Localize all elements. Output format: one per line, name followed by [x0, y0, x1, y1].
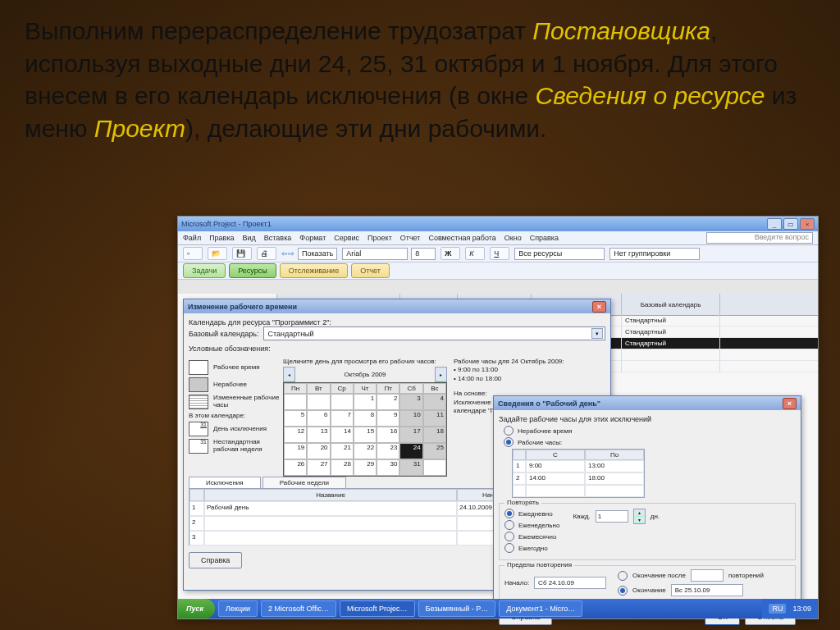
legend-work-icon [189, 360, 208, 375]
month-next-icon[interactable]: ▸ [435, 367, 447, 382]
taskbar: Пуск Лекции 2 Microsoft Offic… Microsoft… [178, 599, 818, 619]
task-item[interactable]: Безымянный - P… [418, 600, 496, 617]
start-label: Пуск [186, 605, 203, 613]
pill-resources[interactable]: Ресурсы [229, 263, 276, 278]
underline-icon[interactable]: Ч [490, 247, 509, 260]
repeat-group: Повторять Ежедневно Еженедельно Ежемесяч… [499, 503, 796, 560]
calendar[interactable]: Щелкните день для просмотра его рабочих … [283, 358, 447, 477]
italic-icon[interactable]: К [465, 247, 485, 260]
radio-end-after[interactable] [618, 571, 628, 581]
minimize-icon[interactable]: _ [767, 218, 782, 230]
occurrences-input[interactable] [691, 569, 724, 582]
base-calendar-label: Базовый календарь: [189, 330, 258, 338]
radio-end-by[interactable] [618, 586, 628, 596]
pill-tracking[interactable]: Отслеживание [280, 263, 348, 278]
tb-open-icon[interactable]: 📂 [208, 247, 227, 260]
range-group: Пределы повторения Начало: Сб 24.10.09 О… [499, 565, 796, 602]
tab-exceptions[interactable]: Исключения [189, 477, 261, 488]
font-combo[interactable]: Arial [342, 248, 408, 260]
radio-working[interactable] [504, 437, 514, 447]
tray: RU 13:09 [762, 599, 818, 619]
menu-report[interactable]: Отчет [400, 234, 421, 242]
dlg1-title: Изменение рабочего времени [188, 303, 297, 311]
menu-collab[interactable]: Совместная работа [428, 234, 495, 242]
legend-nsw-icon [189, 439, 208, 454]
radio-daily[interactable] [504, 509, 514, 518]
legend-exc-icon [189, 422, 208, 436]
size-combo[interactable]: 8 [411, 248, 436, 260]
start-date[interactable]: Сб 24.10.09 [534, 577, 606, 589]
every-stepper[interactable]: ▴▾ [633, 509, 646, 524]
close-icon[interactable]: × [800, 218, 815, 230]
menu-insert[interactable]: Вставка [264, 234, 291, 242]
radio-monthly[interactable] [504, 532, 514, 541]
legend-chg-icon [189, 395, 208, 409]
radio-nonworking[interactable] [504, 426, 514, 436]
task-item[interactable]: 2 Microsoft Offic… [261, 600, 336, 617]
legend-non-icon [189, 377, 208, 392]
menu-window[interactable]: Окно [504, 234, 522, 242]
dlg2-title: Сведения о "Рабочий день" [498, 399, 600, 408]
month-prev-icon[interactable]: ◂ [283, 367, 295, 382]
slide-paragraph: Выполним перераспределение трудозатрат П… [25, 15, 815, 144]
every-n-input[interactable]: 1 [596, 510, 628, 523]
hours-grid[interactable]: СПо 19:0013:00 214:0018:00 [512, 449, 645, 498]
em-svedeniya: Сведения о ресурсе [536, 82, 765, 109]
legend: Рабочее время Нерабочее Измененные рабоч… [189, 358, 283, 456]
menu-project[interactable]: Проект [368, 234, 392, 242]
col-basecal: Базовый календарь [621, 294, 719, 315]
col-extra [719, 294, 818, 315]
tb-new-icon[interactable]: ▫ [183, 247, 203, 260]
dlg-exception-details: Сведения о "Рабочий день" × Задайте рабо… [493, 395, 801, 612]
dlg2-top: Задайте рабочие часы для этих исключений [499, 415, 796, 423]
filter-combo[interactable]: Все ресурсы [514, 248, 605, 260]
menu-tools[interactable]: Сервис [334, 234, 359, 242]
task-item-active[interactable]: Microsoft Projec… [340, 600, 415, 617]
dlg2-close-icon[interactable]: × [783, 398, 797, 409]
menu-edit[interactable]: Правка [209, 234, 234, 242]
task-item[interactable]: Лекции [218, 600, 258, 617]
menu-format[interactable]: Формат [299, 234, 326, 242]
dlg1-close-icon[interactable]: × [592, 301, 606, 313]
tb-save-icon[interactable]: 💾 [232, 247, 252, 260]
legend-title: Условные обозначения: [189, 345, 605, 353]
radio-yearly[interactable] [504, 543, 514, 553]
tb-print-icon[interactable]: 🖨 [257, 247, 276, 260]
menu-view[interactable]: Вид [243, 234, 256, 242]
text-part: ), делающие эти дни рабочими. [185, 115, 546, 142]
menu-help[interactable]: Справка [530, 234, 559, 242]
lang-indicator[interactable]: RU [769, 604, 786, 614]
dlg1-titlebar[interactable]: Изменение рабочего времени × [184, 299, 610, 313]
menu-file[interactable]: Файл [183, 234, 201, 242]
titlebar: Microsoft Project - Проект1 _ ▭ × [178, 217, 818, 231]
radio-weekly[interactable] [504, 520, 514, 530]
base-calendar-combo[interactable]: Стандартный▾ [263, 326, 605, 340]
ask-box[interactable]: Введите вопрос [706, 232, 813, 244]
em-postanovshik: Постановщика [532, 17, 710, 44]
maximize-icon[interactable]: ▭ [783, 218, 798, 230]
group-combo[interactable]: Нет группировки [609, 248, 700, 260]
help-button[interactable]: Справка [189, 552, 242, 568]
end-date[interactable]: Вс 25.10.09 [671, 584, 743, 596]
start-button[interactable]: Пуск [178, 599, 215, 619]
bold-icon[interactable]: Ж [441, 247, 460, 260]
view-bar: Задачи Ресурсы Отслеживание Отчет [178, 262, 818, 280]
toolbar-1: ▫ 📂 💾 🖨 ⇦⇨Показать Arial8 Ж К Ч Все ресу… [178, 245, 818, 262]
menu-bar[interactable]: Файл Правка Вид Вставка Формат Сервис Пр… [178, 231, 818, 245]
pill-report[interactable]: Отчет [351, 263, 390, 278]
task-item[interactable]: Документ1 - Micro… [499, 600, 582, 617]
app-title: Microsoft Project - Проект1 [181, 220, 272, 228]
res-label: Календарь для ресурса "Программист 2": [189, 318, 605, 326]
app-window: Microsoft Project - Проект1 _ ▭ × Файл П… [177, 216, 819, 619]
clock: 13:09 [792, 605, 811, 613]
month-label: Октябрь 2009 [344, 371, 386, 378]
chevron-down-icon[interactable]: ▾ [591, 328, 603, 339]
text-part: Выполним перераспределение трудозатрат [25, 17, 532, 44]
pill-tasks[interactable]: Задачи [183, 263, 226, 278]
show-combo[interactable]: Показать [298, 248, 337, 260]
em-proekt: Проект [94, 115, 185, 142]
dlg2-titlebar[interactable]: Сведения о "Рабочий день" × [494, 396, 801, 410]
tab-workweeks[interactable]: Рабочие недели [262, 477, 346, 488]
